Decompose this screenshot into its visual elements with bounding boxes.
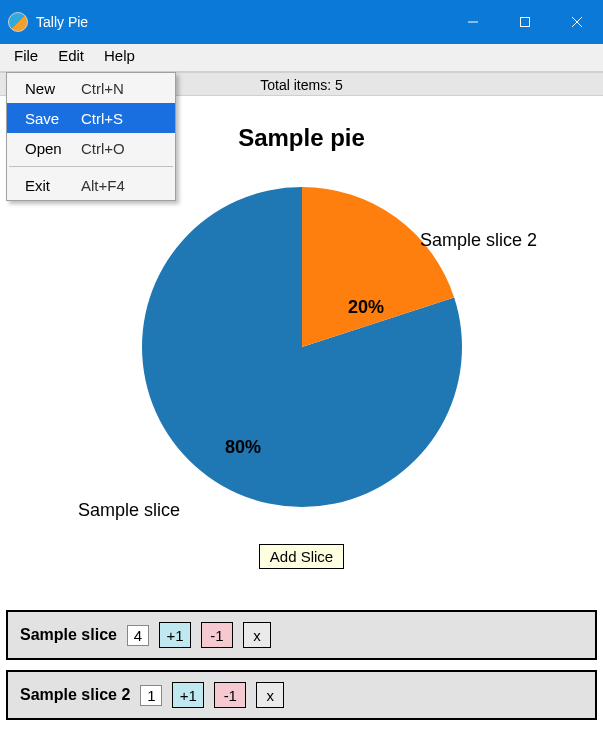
maximize-button[interactable] [499,0,551,44]
menubar: File Edit Help New Ctrl+N Save Ctrl+S Op… [0,44,603,72]
delete-slice-button[interactable]: x [243,622,271,648]
menu-item-label: Open [25,140,81,157]
menu-item-accel: Ctrl+N [81,80,124,97]
minimize-button[interactable] [447,0,499,44]
menu-help[interactable]: Help [94,44,145,71]
pie-label-2: Sample slice 2 [420,230,537,251]
decrement-button[interactable]: -1 [201,622,233,648]
increment-button[interactable]: +1 [159,622,191,648]
menu-item-label: Exit [25,177,81,194]
pie-svg [137,182,467,512]
menu-open[interactable]: Open Ctrl+O [7,133,175,163]
slice-row: Sample slice 2 1 +1 -1 x [6,670,597,720]
menu-new[interactable]: New Ctrl+N [7,73,175,103]
menu-save[interactable]: Save Ctrl+S [7,103,175,133]
menu-item-label: Save [25,110,81,127]
svg-rect-1 [521,18,530,27]
menu-separator [9,166,173,167]
app-icon [8,12,28,32]
menu-item-accel: Ctrl+O [81,140,125,157]
app-title: Tally Pie [36,14,88,30]
slice-name: Sample slice 2 [20,686,130,704]
pie-pct-1: 80% [225,437,261,458]
slice-rows: Sample slice 4 +1 -1 x Sample slice 2 1 … [0,602,603,720]
close-icon [571,16,583,28]
menu-item-accel: Ctrl+S [81,110,123,127]
menu-edit[interactable]: Edit [48,44,94,71]
delete-slice-button[interactable]: x [256,682,284,708]
add-slice-button[interactable]: Add Slice [259,544,344,569]
window-controls [447,0,603,44]
increment-button[interactable]: +1 [172,682,204,708]
slice-count: 4 [127,625,149,646]
slice-count: 1 [140,685,162,706]
slice-name: Sample slice [20,626,117,644]
menu-exit[interactable]: Exit Alt+F4 [7,170,175,200]
titlebar: Tally Pie [0,0,603,44]
pie-pct-2: 20% [348,297,384,318]
menu-item-label: New [25,80,81,97]
file-dropdown: New Ctrl+N Save Ctrl+S Open Ctrl+O Exit … [6,72,176,201]
decrement-button[interactable]: -1 [214,682,246,708]
menu-file[interactable]: File [4,44,48,71]
close-button[interactable] [551,0,603,44]
maximize-icon [519,16,531,28]
pie-chart: 80% 20% Sample slice Sample slice 2 [0,152,603,542]
pie-label-1: Sample slice [78,500,180,521]
menu-item-accel: Alt+F4 [81,177,125,194]
minimize-icon [467,16,479,28]
slice-row: Sample slice 4 +1 -1 x [6,610,597,660]
